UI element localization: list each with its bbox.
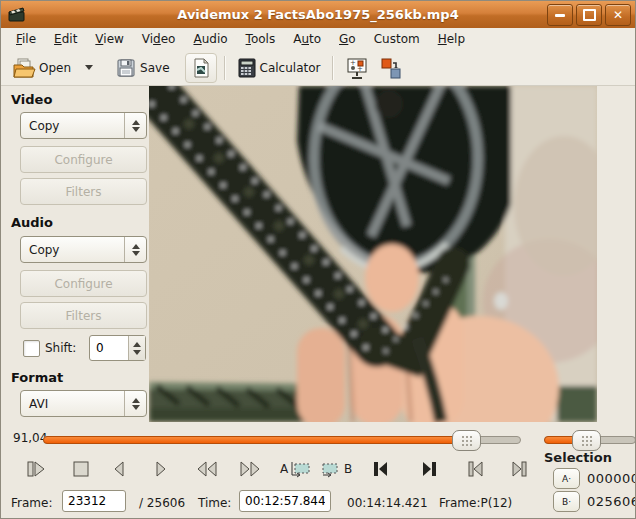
title-bar[interactable]: Avidemux 2 FactsAbo1975_256kb.mp4 ✕ (1, 1, 635, 28)
save-floppy-icon (115, 57, 137, 79)
format-select[interactable]: AVI (20, 390, 147, 417)
audio-shift-checkbox[interactable] (23, 340, 40, 357)
zoom-slider-handle[interactable] (572, 430, 601, 451)
window-title: Avidemux 2 FactsAbo1975_256kb.mp4 (1, 7, 635, 22)
audio-configure-button[interactable]: Configure (20, 270, 147, 297)
timeline-slider-handle[interactable] (452, 430, 481, 451)
maximize-button[interactable] (576, 4, 602, 26)
next-frame-button[interactable] (145, 454, 177, 484)
menu-auto[interactable]: Auto (284, 29, 330, 49)
stop-icon (71, 459, 91, 479)
calculator-label: Calculator (260, 61, 321, 75)
audio-filters-label: Filters (66, 309, 102, 323)
joblist-icon (379, 56, 403, 80)
file-information-button[interactable] (185, 53, 217, 83)
spinner-arrows-icon (124, 113, 146, 138)
calculator-icon (237, 57, 257, 79)
last-frame-icon (419, 460, 439, 478)
set-marker-b-button[interactable]: B (317, 454, 357, 484)
audio-codec-select[interactable]: Copy (20, 236, 147, 263)
go-to-first-frame-button[interactable] (365, 454, 397, 484)
file-info-icon (191, 57, 211, 79)
joblist-button[interactable] (374, 53, 408, 83)
next-keyframe-button[interactable] (503, 454, 535, 484)
selection-title: Selection (544, 450, 612, 465)
open-folder-icon (12, 57, 36, 79)
calculator-button[interactable]: Calculator (232, 54, 326, 82)
stop-button[interactable] (65, 454, 97, 484)
selection-set-b-button[interactable]: B· (553, 491, 580, 512)
video-configure-button[interactable]: Configure (20, 146, 147, 173)
preview-output-button[interactable]: + + (340, 53, 374, 83)
spinner-arrows-icon (124, 237, 146, 262)
set-marker-a-button[interactable]: A (275, 454, 315, 484)
dropdown-arrow-icon (85, 65, 93, 70)
maximize-icon (583, 9, 596, 21)
frame-number-input[interactable] (62, 490, 126, 512)
frame-type-value: Frame:P(12) (439, 496, 512, 510)
timeline-slider-fill (43, 436, 467, 444)
menu-file[interactable]: File (7, 29, 45, 49)
toolbar-separator (224, 56, 225, 80)
audio-configure-label: Configure (54, 277, 112, 291)
audio-shift-input[interactable] (90, 336, 128, 360)
open-button[interactable]: Open (7, 54, 76, 82)
menu-help[interactable]: Help (429, 29, 474, 49)
grip-dots-icon (581, 435, 592, 446)
format-value: AVI (21, 397, 124, 411)
fast-forward-button[interactable] (234, 454, 266, 484)
spinner-arrows-icon (124, 391, 146, 416)
menu-go[interactable]: Go (330, 29, 365, 49)
open-recent-dropdown[interactable] (76, 62, 102, 73)
minimize-icon (555, 14, 565, 17)
video-section-title: Video (11, 92, 52, 107)
play-button[interactable] (20, 454, 52, 484)
video-codec-value: Copy (21, 119, 124, 133)
audio-section-title: Audio (11, 215, 53, 230)
selection-b-glyph: B· (562, 497, 571, 507)
menu-video[interactable]: Video (133, 29, 185, 49)
video-preview (149, 86, 597, 422)
timeline-slider-track[interactable] (43, 436, 521, 444)
close-icon: ✕ (613, 9, 623, 21)
minimize-button[interactable] (547, 4, 573, 26)
back-one-frame-icon (111, 460, 127, 478)
video-codec-select[interactable]: Copy (20, 112, 147, 139)
preview-output-icon: + + (345, 56, 369, 80)
menu-custom[interactable]: Custom (365, 29, 429, 49)
video-frame-film-reel (149, 86, 597, 422)
menu-bar: FileEditViewVideoAudioToolsAutoGoCustomH… (1, 28, 635, 50)
save-button[interactable]: Save (110, 54, 174, 82)
selection-a-value: 000000 (587, 471, 636, 486)
svg-text:+: + (350, 59, 356, 67)
marker-b-icon (321, 459, 343, 479)
audio-filters-button[interactable]: Filters (20, 302, 147, 329)
grip-dots-icon (461, 435, 472, 446)
audio-shift-spinbox[interactable] (89, 335, 146, 361)
play-icon (25, 459, 47, 479)
menu-tools[interactable]: Tools (237, 29, 285, 49)
end-time-value: 00:14:14.421 (347, 496, 428, 510)
format-section-title: Format (11, 370, 63, 385)
first-frame-icon (371, 460, 391, 478)
menu-edit[interactable]: Edit (45, 29, 86, 49)
audio-shift-label: Shift: (45, 341, 76, 355)
menu-audio[interactable]: Audio (184, 29, 236, 49)
go-to-last-frame-button[interactable] (413, 454, 445, 484)
previous-keyframe-button[interactable] (460, 454, 492, 484)
codec-panel: Video Copy Configure Filters Audio Copy … (1, 86, 149, 426)
avidemux-window: Avidemux 2 FactsAbo1975_256kb.mp4 ✕ File… (0, 0, 636, 519)
fast-backward-button[interactable] (191, 454, 223, 484)
fast-backward-icon (195, 460, 219, 478)
marker-a-icon (289, 459, 311, 479)
menu-view[interactable]: View (86, 29, 132, 49)
video-filters-button[interactable]: Filters (20, 178, 147, 205)
close-button[interactable]: ✕ (605, 4, 631, 26)
selection-set-a-button[interactable]: A· (553, 468, 580, 489)
previous-frame-button[interactable] (103, 454, 135, 484)
svg-text:+: + (357, 65, 363, 73)
time-input[interactable] (239, 490, 331, 512)
time-label: Time: (198, 496, 231, 510)
marker-b-letter: B (344, 462, 352, 476)
spinner-arrows-icon[interactable] (128, 336, 145, 360)
